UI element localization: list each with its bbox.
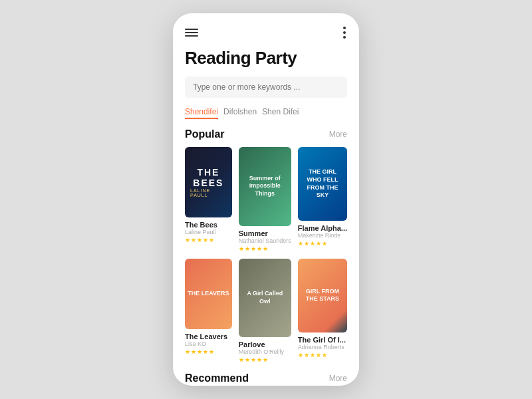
book-stars: ★★★★★ bbox=[298, 352, 347, 358]
more-options-icon[interactable] bbox=[342, 25, 347, 40]
star-icon: ★ bbox=[185, 237, 190, 243]
book-stars: ★★★★★ bbox=[239, 356, 291, 363]
star-icon: ★ bbox=[322, 240, 327, 247]
star-icon: ★ bbox=[322, 352, 327, 358]
book-title: The Leavers bbox=[185, 332, 232, 340]
book-cover: A Girl Called Owl bbox=[239, 259, 291, 338]
page-title: Reading Party bbox=[173, 44, 359, 76]
star-icon: ★ bbox=[197, 237, 202, 243]
book-cover: GIRL FROM THE STARS bbox=[298, 259, 347, 332]
star-icon: ★ bbox=[191, 348, 196, 355]
book-title: Parlove bbox=[239, 340, 291, 348]
star-icon: ★ bbox=[310, 352, 315, 358]
popular-title: Popular bbox=[185, 128, 225, 140]
book-cover: THE GIRL WHO FELL FROM THE SKY bbox=[298, 147, 347, 221]
top-bar bbox=[173, 13, 359, 44]
recommend-more-button[interactable]: More bbox=[329, 374, 347, 383]
book-author: Laline Paull bbox=[185, 229, 232, 235]
book-item[interactable]: THE GIRL WHO FELL FROM THE SKY Flame Alp… bbox=[298, 147, 347, 252]
tag-difolshen[interactable]: Difolshen bbox=[223, 106, 257, 119]
star-icon: ★ bbox=[185, 348, 190, 355]
search-container[interactable] bbox=[185, 76, 347, 98]
book-item[interactable]: Summer of Impossible Things Summer Natha… bbox=[239, 147, 291, 252]
scroll-area: Reading Party Shendifei Difolshen Shen D… bbox=[173, 13, 359, 386]
recommend-section: Recommend More bbox=[173, 372, 359, 386]
book-author: Nathaniel Saunders bbox=[239, 237, 291, 244]
book-item[interactable]: A Girl Called Owl Parlove Meredith O'Rei… bbox=[239, 259, 291, 364]
star-icon: ★ bbox=[251, 356, 256, 363]
star-icon: ★ bbox=[251, 245, 256, 252]
book-stars: ★★★★★ bbox=[239, 245, 291, 252]
star-icon: ★ bbox=[316, 352, 321, 358]
book-cover: THEBEESLALINE PAULL bbox=[185, 147, 232, 217]
phone-container: Reading Party Shendifei Difolshen Shen D… bbox=[173, 13, 359, 386]
star-icon: ★ bbox=[263, 356, 268, 363]
book-cover: Summer of Impossible Things bbox=[239, 147, 291, 226]
book-author: Lisa KO bbox=[185, 340, 232, 347]
book-item[interactable]: THE LEAVERS The Leavers Lisa KO ★★★★★ bbox=[185, 259, 232, 364]
popular-more-button[interactable]: More bbox=[329, 130, 347, 139]
recommend-title: Recommend bbox=[185, 372, 249, 384]
popular-section: Popular More THEBEESLALINE PAULL The Bee… bbox=[173, 128, 359, 372]
popular-header: Popular More bbox=[185, 128, 347, 140]
book-author: Makenzie Riode bbox=[298, 232, 347, 239]
book-title: The Bees bbox=[185, 221, 232, 229]
menu-icon[interactable] bbox=[185, 29, 198, 37]
star-icon: ★ bbox=[239, 356, 244, 363]
search-input[interactable] bbox=[193, 82, 339, 92]
star-icon: ★ bbox=[257, 245, 262, 252]
tag-shendifei[interactable]: Shendifei bbox=[185, 106, 218, 119]
popular-books-grid: THEBEESLALINE PAULL The Bees Laline Paul… bbox=[185, 147, 347, 363]
star-icon: ★ bbox=[298, 352, 303, 358]
book-stars: ★★★★★ bbox=[298, 240, 347, 247]
star-icon: ★ bbox=[209, 348, 214, 355]
tag-list: Shendifei Difolshen Shen Difei bbox=[173, 106, 359, 128]
star-icon: ★ bbox=[316, 240, 321, 247]
book-title: Summer bbox=[239, 229, 291, 237]
star-icon: ★ bbox=[191, 237, 196, 243]
star-icon: ★ bbox=[203, 348, 208, 355]
book-title: Flame Alpha... bbox=[298, 224, 347, 232]
book-stars: ★★★★★ bbox=[185, 237, 232, 243]
book-item[interactable]: THEBEESLALINE PAULL The Bees Laline Paul… bbox=[185, 147, 232, 252]
tag-shen-difei[interactable]: Shen Difei bbox=[262, 106, 299, 119]
star-icon: ★ bbox=[197, 348, 202, 355]
book-author: Adrianna Roberts bbox=[298, 344, 347, 350]
book-cover: THE LEAVERS bbox=[185, 259, 232, 329]
star-icon: ★ bbox=[203, 237, 208, 243]
star-icon: ★ bbox=[239, 245, 244, 252]
book-item[interactable]: GIRL FROM THE STARS The Girl Of I... Adr… bbox=[298, 259, 347, 364]
book-stars: ★★★★★ bbox=[185, 348, 232, 355]
star-icon: ★ bbox=[304, 240, 309, 247]
star-icon: ★ bbox=[304, 352, 309, 358]
star-icon: ★ bbox=[257, 356, 262, 363]
recommend-header: Recommend More bbox=[185, 372, 347, 384]
star-icon: ★ bbox=[263, 245, 268, 252]
star-icon: ★ bbox=[310, 240, 315, 247]
book-author: Meredith O'Reilly bbox=[239, 348, 291, 355]
star-icon: ★ bbox=[209, 237, 214, 243]
star-icon: ★ bbox=[298, 240, 303, 247]
star-icon: ★ bbox=[245, 356, 250, 363]
book-title: The Girl Of I... bbox=[298, 336, 347, 344]
star-icon: ★ bbox=[245, 245, 250, 252]
